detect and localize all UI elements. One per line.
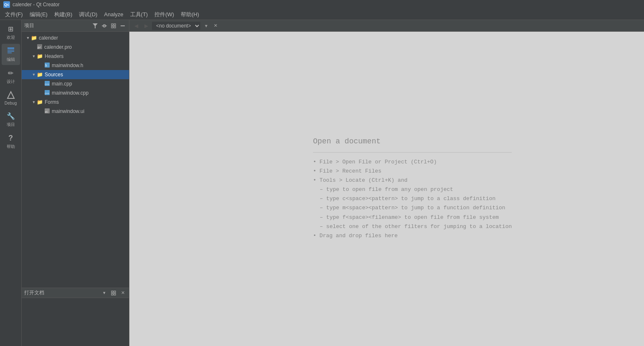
tree-item-mainwindow-ui[interactable]: ui mainwindow.ui [22, 107, 129, 116]
tree-item-mainwindow-cpp[interactable]: c++ mainwindow.cpp [22, 88, 129, 98]
panel-title: 项目 [24, 22, 90, 29]
svg-rect-7 [111, 24, 113, 25]
bottom-panel-expand[interactable] [110, 289, 117, 297]
svg-rect-24 [111, 293, 113, 295]
tree-label-calender: calender [39, 35, 58, 41]
design-icon: ✏ [6, 68, 15, 78]
menu-file[interactable]: 文件(F) [2, 10, 26, 19]
bottom-panel-close[interactable]: ✕ [119, 289, 126, 297]
folder-icon-calender: 📁 [31, 35, 37, 41]
app-logo: Qc [3, 1, 10, 8]
debug-icon [6, 90, 15, 100]
collapse-btn[interactable] [119, 22, 126, 30]
hint-item-2: Tools > Locate (Ctrl+K) and [313, 176, 512, 185]
window-title: calender - Qt Creator [13, 2, 60, 8]
tree-label-forms: Forms [45, 99, 59, 105]
project-icon: 🔧 [6, 111, 15, 120]
nav-back-btn[interactable]: ◀ [132, 22, 140, 30]
sidebar-item-debug[interactable]: Debug [2, 88, 20, 108]
hint-sub-1: type c<space><pattern> to jump to a clas… [313, 194, 512, 203]
hint-sub-4: select one of the other filters for jump… [313, 222, 512, 231]
sidebar-item-help[interactable]: ? 帮助 [2, 131, 20, 152]
tree-arrow-calender-pro [31, 44, 37, 50]
tree-item-calender[interactable]: ▼ 📁 calender [22, 33, 129, 43]
menu-controls[interactable]: 控件(W) [151, 10, 177, 19]
tree-label-mainwindow-cpp: mainwindow.cpp [52, 90, 88, 96]
svg-text:ui: ui [45, 110, 48, 113]
link-btn[interactable] [101, 22, 108, 30]
panel-area: 项目 ▼ 📁 calender [22, 20, 129, 346]
menubar: 文件(F) 编辑(E) 构建(B) 调试(D) Analyze 工具(T) 控件… [0, 9, 644, 20]
menu-debug[interactable]: 调试(D) [76, 10, 101, 19]
svg-rect-10 [114, 26, 116, 28]
sidebar-item-project[interactable]: 🔧 项目 [2, 109, 20, 130]
titlebar: Qc calender - Qt Creator [0, 0, 644, 9]
folder-icon-headers: 📁 [37, 53, 43, 59]
file-icon-ui: ui [44, 108, 50, 115]
sidebar-item-welcome[interactable]: ⊞ 欢迎 [2, 22, 20, 43]
doc-dropdown-btn[interactable]: ▾ [202, 22, 210, 30]
menu-tools[interactable]: 工具(T) [127, 10, 152, 19]
svg-rect-23 [114, 291, 116, 293]
tree-label-main-cpp: main.cpp [52, 81, 72, 87]
main-layout: ⊞ 欢迎 编辑 ✏ 设计 Debug [0, 20, 644, 346]
hint-sub-2: type m<space><pattern> to jump to a func… [313, 204, 512, 213]
bottom-panel-title: 打开文档 [24, 289, 99, 296]
tree-label-headers: Headers [45, 53, 63, 59]
hint-item-3: Drag and drop files here [313, 231, 512, 241]
svg-rect-8 [114, 24, 116, 25]
document-selector[interactable]: <no document> [152, 22, 200, 30]
panel-toolbar: 项目 [22, 20, 129, 32]
sidebar-item-design[interactable]: ✏ 设计 [2, 66, 20, 87]
sidebar-item-help-label: 帮助 [7, 144, 15, 150]
tree-item-mainwindow-h[interactable]: h mainwindow.h [22, 61, 129, 70]
hint-divider [313, 152, 512, 153]
bottom-panel: 打开文档 ▾ ✕ [22, 288, 129, 346]
svg-rect-22 [111, 291, 113, 293]
menu-analyze[interactable]: Analyze [101, 10, 126, 18]
svg-text:h: h [45, 64, 47, 68]
tree-label-mainwindow-ui: mainwindow.ui [52, 108, 84, 114]
tree-arrow-mainwindow-ui [38, 108, 44, 114]
svg-rect-1 [8, 50, 14, 50]
tree-item-sources[interactable]: ▼ 📁 Sources [22, 70, 129, 79]
expand-btn[interactable] [110, 22, 117, 30]
tree-arrow-mainwindow-cpp [38, 90, 44, 96]
folder-icon-sources: 📁 [37, 72, 43, 78]
svg-rect-2 [8, 51, 14, 52]
bottom-panel-dropdown[interactable]: ▾ [101, 289, 108, 297]
svg-rect-11 [121, 25, 125, 26]
svg-rect-0 [8, 48, 14, 49]
sidebar-icons: ⊞ 欢迎 编辑 ✏ 设计 Debug [0, 20, 22, 346]
svg-rect-3 [8, 53, 12, 53]
tree-arrow-headers: ▼ [31, 53, 37, 59]
svg-marker-5 [93, 23, 98, 28]
tree-arrow-main-cpp [38, 81, 44, 87]
welcome-icon: ⊞ [6, 24, 15, 33]
tree-item-headers[interactable]: ▼ 📁 Headers [22, 52, 129, 61]
menu-help[interactable]: 帮助(H) [177, 10, 202, 19]
sidebar-item-edit[interactable]: 编辑 [2, 44, 20, 65]
tree-item-calender-pro[interactable]: pr calender.pro [22, 43, 129, 52]
sidebar-item-edit-label: 编辑 [7, 57, 15, 63]
sidebar-item-design-label: 设计 [7, 79, 15, 85]
editor-toolbar: ◀ ▶ <no document> ▾ ✕ [129, 20, 644, 32]
menu-edit[interactable]: 编辑(E) [26, 10, 51, 19]
svg-text:c++: c++ [45, 83, 49, 85]
hint-sub-0: type to open file from any open project [313, 185, 512, 194]
open-hint-title: Open a document [313, 137, 512, 145]
svg-text:c++: c++ [45, 92, 49, 95]
menu-build[interactable]: 构建(B) [51, 10, 76, 19]
svg-rect-9 [111, 26, 113, 28]
tree-item-forms[interactable]: ▼ 📁 Forms [22, 98, 129, 107]
close-document-btn[interactable]: ✕ [212, 23, 219, 29]
tree-label-calender-pro: calender.pro [44, 44, 72, 50]
tree-item-main-cpp[interactable]: c++ main.cpp [22, 79, 129, 88]
file-icon-cpp-mainwindow: c++ [44, 90, 50, 97]
file-icon-pro: pr [37, 44, 43, 51]
filter-btn[interactable] [91, 22, 99, 30]
nav-forward-btn[interactable]: ▶ [142, 22, 150, 30]
sidebar-item-welcome-label: 欢迎 [7, 35, 15, 40]
editor-content[interactable]: Open a document File > Open File or Proj… [129, 32, 644, 346]
file-icon-h: h [44, 62, 50, 69]
